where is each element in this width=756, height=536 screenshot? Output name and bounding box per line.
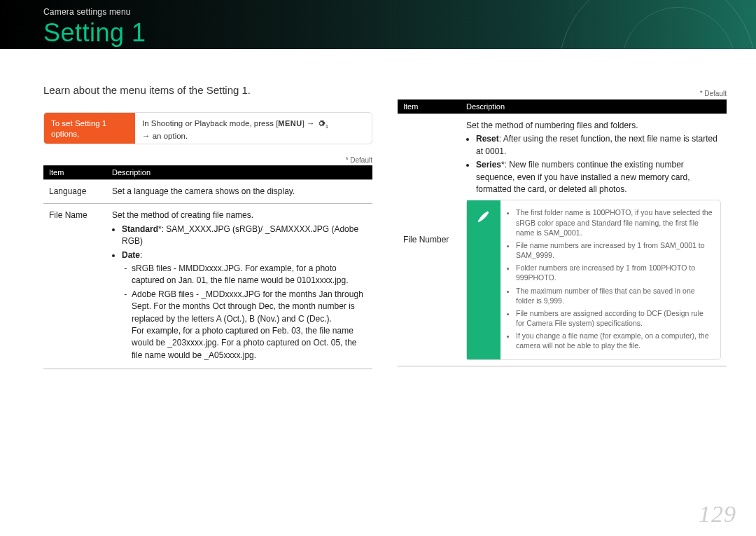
settings-table-right: Item Description File Number Set the met…	[398, 99, 727, 366]
table-row: File Number Set the method of numbering …	[398, 114, 727, 366]
note-icon	[467, 200, 500, 359]
page-number: 129	[699, 501, 736, 528]
fnr-intro: Set the method of numbering files and fo…	[466, 120, 721, 132]
howto-left: To set Setting 1 options,	[44, 113, 135, 144]
reset-rest: : After using the reset function, the ne…	[476, 134, 718, 156]
howto-right: In Shooting or Playback mode, press [MEN…	[135, 113, 372, 144]
settings-table-left: Item Description Language Set a language…	[43, 165, 372, 369]
desc-language: Set a language the camera shows on the d…	[106, 180, 372, 204]
howto-pre: In Shooting or Playback mode, press [	[142, 119, 278, 128]
default-note-left: * Default	[43, 156, 372, 164]
note-box: The first folder name is 100PHOTO, if yo…	[466, 200, 721, 359]
howto-post: → an option.	[142, 132, 188, 140]
list-item: File name numbers are increased by 1 fro…	[516, 240, 713, 260]
item-filenumber: File Number	[398, 114, 461, 366]
gear-icon	[317, 119, 326, 128]
section-label: Camera settings menu	[43, 7, 131, 17]
date-colon: :	[140, 250, 142, 260]
fn-intro: Set the method of creating file names.	[112, 209, 367, 221]
list-item: sRGB files - MMDDxxxx.JPG. For example, …	[132, 263, 367, 287]
banner: Camera settings menu Setting 1	[0, 0, 756, 49]
note-content: The first folder name is 100PHOTO, if yo…	[500, 200, 720, 359]
page-title: Setting 1	[43, 18, 146, 48]
gear-sub: 1	[326, 123, 328, 130]
item-language: Language	[43, 180, 106, 204]
list-item: Adobe RGB files - _MDDxxxx.JPG for the m…	[132, 289, 367, 362]
adobe-b: For example, for a photo captured on Feb…	[132, 326, 357, 360]
date-label: Date	[122, 250, 140, 260]
table-row: Language Set a language the camera shows…	[43, 180, 372, 204]
default-note-right: * Default	[398, 90, 727, 97]
desc-filename: Set the method of creating file names. S…	[106, 204, 372, 369]
list-item: Standard*: SAM_XXXX.JPG (sRGB)/ _SAMXXXX…	[122, 224, 367, 248]
menu-button-label: MENU	[278, 118, 302, 128]
desc-filenumber: Set the method of numbering files and fo…	[461, 114, 727, 366]
list-item: Folder numbers are increased by 1 from 1…	[516, 263, 713, 282]
list-item: Series*: New file numbers continue the e…	[476, 159, 721, 195]
series-rest: *: New file numbers continue the existin…	[476, 160, 690, 194]
howto-mid: ] →	[302, 119, 317, 128]
reset-label: Reset	[476, 134, 499, 144]
intro-text: Learn about the menu items of the Settin…	[43, 84, 251, 96]
list-item: The maximum number of files that can be …	[516, 286, 713, 305]
standard-label: Standard	[122, 224, 158, 234]
list-item: File numbers are assigned according to D…	[516, 308, 713, 328]
list-item: Reset: After using the reset function, t…	[476, 133, 721, 158]
howto-box: To set Setting 1 options, In Shooting or…	[43, 112, 372, 144]
item-filename: File Name	[43, 204, 106, 369]
series-label: Series	[476, 160, 501, 170]
list-item: If you change a file name (for example, …	[516, 331, 713, 350]
howto-left-l1: To set Setting 1	[51, 119, 106, 128]
list-item: Date: sRGB files - MMDDxxxx.JPG. For exa…	[122, 249, 367, 362]
table-row: File Name Set the method of creating fil…	[43, 204, 372, 369]
howto-left-l2: options,	[51, 130, 79, 138]
list-item: The first folder name is 100PHOTO, if yo…	[516, 207, 713, 238]
th-item: Item	[43, 165, 106, 180]
adobe-a: Adobe RGB files - _MDDxxxx.JPG for the m…	[132, 289, 363, 324]
th-desc: Description	[461, 99, 727, 114]
th-item: Item	[398, 99, 461, 114]
th-desc: Description	[106, 165, 372, 180]
